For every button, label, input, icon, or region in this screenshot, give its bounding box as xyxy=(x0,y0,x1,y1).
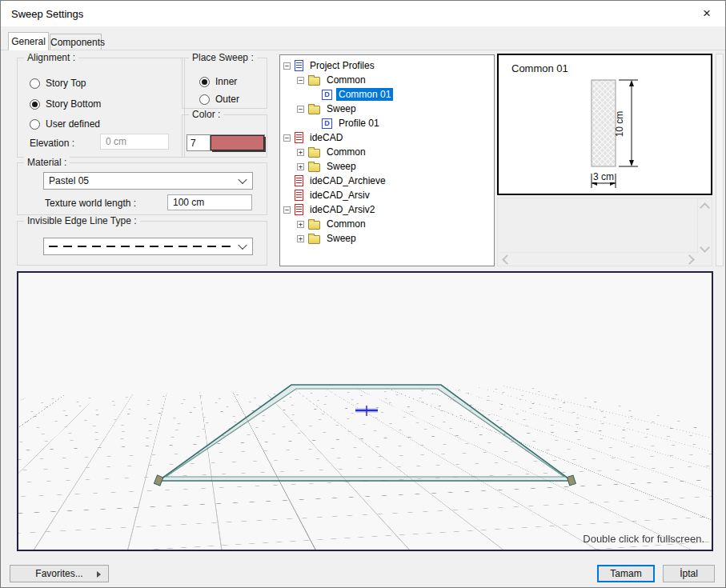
horizontal-scrollbar[interactable] xyxy=(499,252,698,265)
radio-circle[interactable] xyxy=(199,77,210,87)
collapse-icon[interactable]: − xyxy=(283,134,291,142)
tree-item[interactable]: +Sweep xyxy=(280,231,494,246)
scroll-down-icon[interactable] xyxy=(700,242,710,253)
color-index-value[interactable]: 7 xyxy=(187,135,211,150)
color-swatch[interactable] xyxy=(211,135,264,150)
radio-circle[interactable] xyxy=(30,119,40,130)
origin-cross xyxy=(355,406,378,416)
tab-components[interactable]: Components xyxy=(50,34,102,50)
radio-story-bottom[interactable]: Story Bottom xyxy=(30,98,101,110)
description-pane xyxy=(497,198,712,266)
radio-story-top[interactable]: Story Top xyxy=(30,78,86,89)
tree-item-label[interactable]: Common xyxy=(324,218,368,230)
radio-user-defined[interactable]: User defined xyxy=(30,118,100,130)
tree-item-label[interactable]: Sweep xyxy=(324,160,359,173)
material-selected-value: Pastel 05 xyxy=(49,175,89,186)
radio-label: User defined xyxy=(46,118,100,130)
collapse-icon[interactable]: − xyxy=(283,206,291,214)
radio-label: Outer xyxy=(215,94,239,105)
collapse-icon[interactable]: − xyxy=(297,106,304,113)
sweep-band xyxy=(158,385,572,481)
sweep-settings-dialog: Sweep Settings × General Components Alig… xyxy=(0,0,726,588)
collapse-icon[interactable]: − xyxy=(283,62,291,70)
document-blue-icon xyxy=(295,60,303,71)
tree-item[interactable]: +Common xyxy=(280,145,494,159)
scroll-up-icon[interactable] xyxy=(700,202,710,213)
tree-item-label[interactable]: Common xyxy=(324,146,368,158)
tree-item-label[interactable]: Profile 01 xyxy=(336,117,382,130)
preview-3d-viewport[interactable]: Double click for fullscreen. xyxy=(17,271,713,551)
folder-icon xyxy=(308,221,320,230)
favorites-label: Favorites... xyxy=(35,568,82,579)
vertical-scrollbar[interactable] xyxy=(697,199,711,253)
folder-icon xyxy=(308,106,320,114)
tree-item[interactable]: −ideCAD xyxy=(280,130,494,145)
radio-circle[interactable] xyxy=(199,94,210,105)
radio-label: Story Top xyxy=(46,78,86,89)
profile-icon: D xyxy=(322,118,332,129)
scroll-left-icon[interactable] xyxy=(502,254,512,265)
folder-icon xyxy=(308,163,320,172)
folder-icon xyxy=(308,77,320,86)
favorites-button[interactable]: Favorites... xyxy=(10,565,109,582)
ok-button[interactable]: Tamam xyxy=(597,565,655,582)
tree-item-label[interactable]: ideCAD_Archieve xyxy=(307,174,388,187)
texture-length-field[interactable]: 100 cm xyxy=(167,194,252,210)
elevation-field[interactable]: 0 cm xyxy=(100,134,169,150)
profile-preview-panel: Common 01 10 cm 3 cm xyxy=(497,54,712,195)
radio-circle[interactable] xyxy=(30,78,40,89)
expand-right-icon xyxy=(97,571,101,578)
tree-item[interactable]: −Project Profiles xyxy=(280,58,494,73)
scroll-right-icon[interactable] xyxy=(684,254,695,265)
profile-section-rect xyxy=(592,80,616,166)
tree-item-label[interactable]: Sweep xyxy=(324,232,359,245)
tree-item[interactable]: +Sweep xyxy=(280,159,494,174)
radio-circle[interactable] xyxy=(30,99,40,110)
tree-item-label[interactable]: Project Profiles xyxy=(307,59,377,72)
radio-inner[interactable]: Inner xyxy=(199,76,237,87)
tree-item[interactable]: ideCAD_Arsiv xyxy=(280,188,494,202)
collapse-icon[interactable]: − xyxy=(297,77,304,84)
radio-outer[interactable]: Outer xyxy=(199,94,239,105)
tree-item[interactable]: −Common xyxy=(280,73,494,87)
folder-icon xyxy=(308,149,320,158)
invisible-edge-group-label: Invisible Edge Line Type : xyxy=(24,215,140,226)
tree-item-label[interactable]: Common 01 xyxy=(336,88,393,101)
document-red-icon xyxy=(295,175,303,186)
document-red-icon xyxy=(295,204,303,215)
radio-label: Inner xyxy=(215,76,237,87)
dialog-title: Sweep Settings xyxy=(11,8,83,20)
tree-item[interactable]: DProfile 01 xyxy=(280,116,494,130)
tree-item[interactable]: −Sweep xyxy=(280,102,494,116)
tab-general[interactable]: General xyxy=(8,32,49,50)
tree-item-label[interactable]: ideCAD_Arsiv xyxy=(307,189,372,202)
expand-icon[interactable]: + xyxy=(297,221,304,228)
panel-scrollbar-track[interactable] xyxy=(716,54,724,266)
expand-icon[interactable]: + xyxy=(297,163,304,170)
tab-page-border xyxy=(1,50,725,50)
elevation-label: Elevation : xyxy=(30,138,74,149)
tree-item-label[interactable]: Sweep xyxy=(324,102,359,115)
profile-icon: D xyxy=(322,90,332,100)
cancel-button[interactable]: İptal xyxy=(663,565,715,582)
tree-item-label[interactable]: ideCAD xyxy=(307,131,345,144)
tree-item[interactable]: ideCAD_Archieve xyxy=(280,174,494,188)
material-select[interactable]: Pastel 05 xyxy=(43,172,253,190)
folder-icon xyxy=(308,235,320,244)
tree-item[interactable]: +Common xyxy=(280,217,494,231)
profile-tree[interactable]: −Project Profiles−CommonDCommon 01−Sweep… xyxy=(279,54,495,266)
expand-icon[interactable]: + xyxy=(297,235,304,242)
tree-item-label[interactable]: ideCAD_Arsiv2 xyxy=(307,203,377,216)
close-icon[interactable]: × xyxy=(695,5,719,22)
document-red-icon xyxy=(295,190,303,201)
tree-item[interactable]: DCommon 01 xyxy=(280,87,494,102)
texture-length-label: Texture world length : xyxy=(45,198,136,209)
tree-item[interactable]: −ideCAD_Arsiv2 xyxy=(280,202,494,217)
chevron-down-icon xyxy=(238,241,247,250)
expand-icon[interactable]: + xyxy=(297,149,304,156)
place-sweep-group-label: Place Sweep : xyxy=(189,52,257,63)
color-picker[interactable]: 7 xyxy=(187,134,265,151)
line-type-select[interactable] xyxy=(43,238,253,255)
tree-item-label[interactable]: Common xyxy=(324,74,368,86)
titlebar: Sweep Settings × xyxy=(1,1,725,26)
